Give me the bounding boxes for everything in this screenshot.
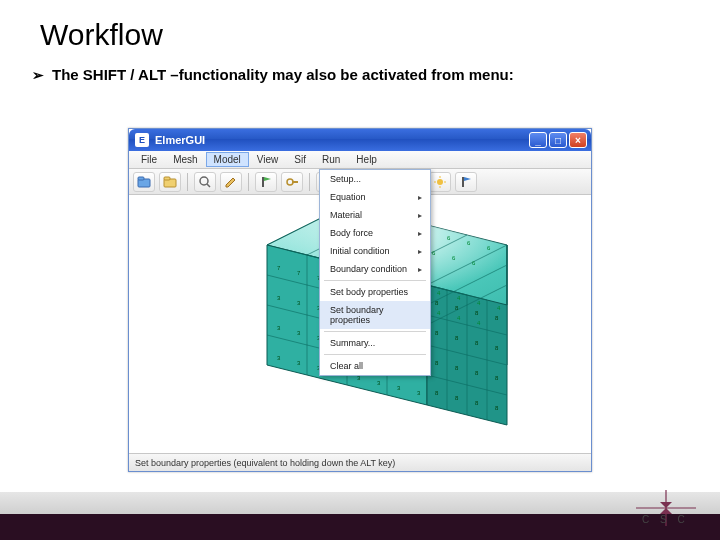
chevron-right-icon: ▸ xyxy=(418,229,422,238)
dd-material[interactable]: Material▸ xyxy=(320,206,430,224)
menu-view[interactable]: View xyxy=(249,152,287,167)
bullet-text: The SHIFT / ALT –functionality may also … xyxy=(52,66,514,83)
menubar: File Mesh Model View Sif Run Help xyxy=(129,151,591,169)
titlebar[interactable]: E ElmerGUI _ □ × xyxy=(129,129,591,151)
statusbar-text: Set boundary properties (equivalent to h… xyxy=(135,458,395,468)
maximize-button[interactable]: □ xyxy=(549,132,567,148)
dd-initial[interactable]: Initial condition▸ xyxy=(320,242,430,260)
folder-icon[interactable] xyxy=(159,172,181,192)
footer-dark xyxy=(0,514,720,540)
magnifier-icon[interactable] xyxy=(194,172,216,192)
svg-marker-27 xyxy=(464,177,471,181)
csc-logo: C S C xyxy=(616,490,696,526)
menu-sif[interactable]: Sif xyxy=(286,152,314,167)
dropdown-separator xyxy=(324,354,426,355)
dd-bodyforce[interactable]: Body force▸ xyxy=(320,224,430,242)
dropdown-separator xyxy=(324,280,426,281)
chevron-right-icon: ▸ xyxy=(418,193,422,202)
menu-help[interactable]: Help xyxy=(348,152,385,167)
footer-band xyxy=(0,492,720,514)
open-icon[interactable] xyxy=(133,172,155,192)
app-icon: E xyxy=(135,133,149,147)
dd-setup[interactable]: Setup... xyxy=(320,170,430,188)
close-button[interactable]: × xyxy=(569,132,587,148)
model-dropdown: Setup... Equation▸ Material▸ Body force▸… xyxy=(319,169,431,376)
key-icon[interactable] xyxy=(281,172,303,192)
toolbar-separator-icon xyxy=(248,173,249,191)
svg-line-5 xyxy=(207,184,210,187)
flag-blue-icon[interactable] xyxy=(455,172,477,192)
svg-rect-7 xyxy=(262,177,264,187)
svg-rect-10 xyxy=(292,181,298,183)
sun-icon[interactable] xyxy=(429,172,451,192)
menu-file[interactable]: File xyxy=(133,152,165,167)
svg-marker-128 xyxy=(660,502,672,508)
toolbar-separator-icon xyxy=(187,173,188,191)
svg-rect-3 xyxy=(164,177,170,180)
svg-marker-6 xyxy=(226,178,235,187)
dd-setbody[interactable]: Set body properties xyxy=(320,283,430,301)
statusbar: Set boundary properties (equivalent to h… xyxy=(129,453,591,471)
bullet-arrow-icon: ➢ xyxy=(32,67,44,83)
svg-point-4 xyxy=(200,177,208,185)
toolbar-separator-icon xyxy=(309,173,310,191)
slide-title: Workflow xyxy=(0,0,720,56)
app-window: E ElmerGUI _ □ × File Mesh Model View Si… xyxy=(128,128,592,472)
menu-run[interactable]: Run xyxy=(314,152,348,167)
dd-equation[interactable]: Equation▸ xyxy=(320,188,430,206)
pencil-icon[interactable] xyxy=(220,172,242,192)
svg-point-21 xyxy=(437,179,443,185)
svg-rect-26 xyxy=(462,177,464,187)
flag-green-icon[interactable] xyxy=(255,172,277,192)
dd-boundary[interactable]: Boundary condition▸ xyxy=(320,260,430,278)
svg-text:C S C: C S C xyxy=(642,514,689,525)
dd-summary[interactable]: Summary... xyxy=(320,334,430,352)
svg-marker-8 xyxy=(264,177,271,181)
dd-setboundary[interactable]: Set boundary properties xyxy=(320,301,430,329)
bullet-row: ➢ The SHIFT / ALT –functionality may als… xyxy=(0,56,720,93)
svg-rect-1 xyxy=(138,177,144,180)
chevron-right-icon: ▸ xyxy=(418,247,422,256)
menu-mesh[interactable]: Mesh xyxy=(165,152,205,167)
menu-model[interactable]: Model xyxy=(206,152,249,167)
minimize-button[interactable]: _ xyxy=(529,132,547,148)
dropdown-separator xyxy=(324,331,426,332)
chevron-right-icon: ▸ xyxy=(418,211,422,220)
chevron-right-icon: ▸ xyxy=(418,265,422,274)
window-title: ElmerGUI xyxy=(155,134,529,146)
dd-clearall[interactable]: Clear all xyxy=(320,357,430,375)
